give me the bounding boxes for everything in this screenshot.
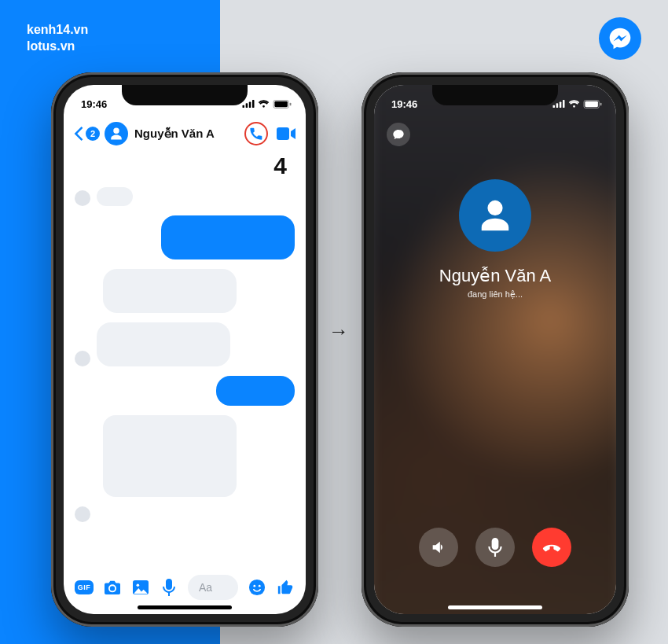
video-icon [277,127,295,140]
watermark: kenh14.vn lotus.vn [27,22,88,55]
svg-rect-2 [249,102,251,109]
svg-rect-5 [274,101,288,106]
voice-clip-button[interactable] [160,578,178,597]
message-bubble-outgoing [161,215,295,259]
like-button[interactable] [276,578,295,597]
screen-call: 19:46 Nguyễn Văn A đang liên hệ... [374,85,616,614]
message-row [75,269,295,313]
gallery-button[interactable] [131,578,150,597]
mute-button[interactable] [475,528,515,567]
gif-icon: GIF [75,580,94,594]
svg-point-12 [259,585,261,587]
message-bubble-incoming [97,322,230,366]
call-status-text: đang liên hệ... [468,289,523,300]
screen-chat: 19:46 2 Nguyễn Văn A [64,85,306,614]
svg-rect-3 [252,100,255,108]
svg-point-10 [249,580,265,595]
phone-hangup-icon [541,537,562,558]
status-time: 19:46 [81,98,107,110]
message-row [75,187,295,206]
svg-rect-1 [246,103,248,108]
speaker-icon [430,539,447,556]
svg-rect-15 [560,102,562,109]
voice-call-button[interactable] [244,122,268,145]
home-indicator[interactable] [138,605,232,609]
svg-point-9 [137,583,140,587]
messenger-bolt-icon [607,26,633,51]
svg-rect-14 [556,103,559,108]
person-icon [109,127,123,141]
message-avatar [75,190,90,206]
image-icon [132,580,149,595]
message-input-placeholder: Aa [199,581,212,594]
message-row [75,215,295,259]
chat-toolbar: GIF Aa [64,572,306,603]
phone-left: 19:46 2 Nguyễn Văn A [51,72,318,627]
person-icon [477,197,513,234]
caller-avatar [459,179,531,252]
svg-rect-0 [243,105,245,108]
caller-name: Nguyễn Văn A [439,266,551,286]
message-row [75,506,295,522]
end-call-button[interactable] [532,528,571,567]
camera-button[interactable] [103,578,122,597]
watermark-line-1: kenh14.vn [27,22,88,39]
signal-icon [552,100,565,108]
home-indicator[interactable] [448,605,542,609]
contact-avatar[interactable] [105,122,128,145]
watermark-line-2: lotus.vn [27,39,88,55]
svg-rect-13 [553,105,556,108]
notch [122,85,248,105]
svg-rect-6 [290,102,292,105]
gif-button[interactable]: GIF [75,578,94,597]
emoji-button[interactable] [248,578,266,597]
message-avatar [75,351,90,366]
status-icons [242,100,292,109]
smile-icon [248,579,266,596]
wifi-icon [258,100,270,109]
notch [432,85,558,105]
back-button[interactable]: 2 [73,127,100,141]
svg-rect-19 [600,102,602,105]
status-time: 19:46 [391,98,417,110]
svg-rect-7 [277,127,289,140]
status-icons [552,100,602,109]
svg-point-11 [253,585,255,587]
message-input[interactable]: Aa [188,575,238,600]
camera-icon [104,580,121,595]
thumbs-up-icon [277,579,294,596]
mic-icon [488,538,502,557]
message-row [75,376,295,406]
message-bubble-incoming [103,269,237,313]
call-controls [374,528,616,567]
battery-icon [273,100,292,109]
call-overlay: Nguyễn Văn A đang liên hệ... [374,85,616,614]
message-avatar [75,506,90,522]
wifi-icon [568,100,580,109]
contact-name[interactable]: Nguyễn Văn A [134,127,240,141]
back-to-chat-button[interactable] [387,123,410,146]
svg-rect-18 [585,101,598,106]
unread-count-badge: 2 [86,127,100,141]
chat-header: 2 Nguyễn Văn A [64,118,306,149]
svg-rect-16 [563,100,565,108]
chevron-left-icon [73,127,84,141]
video-call-button[interactable] [276,123,296,144]
chat-bubble-icon [392,128,405,141]
step-number: 4 [273,153,287,179]
speaker-button[interactable] [419,528,458,567]
battery-icon [583,100,602,109]
arrow-right-icon: → [328,319,349,344]
message-list[interactable] [64,187,306,532]
phone-right: 19:46 Nguyễn Văn A đang liên hệ... [362,72,629,627]
message-bubble-incoming [97,187,133,206]
phone-icon [249,127,263,141]
message-row [75,322,295,366]
messenger-logo [599,17,641,60]
message-bubble-outgoing [216,376,295,406]
mic-icon [163,579,175,596]
message-row [75,415,295,497]
message-bubble-incoming [103,415,237,497]
signal-icon [242,100,255,108]
